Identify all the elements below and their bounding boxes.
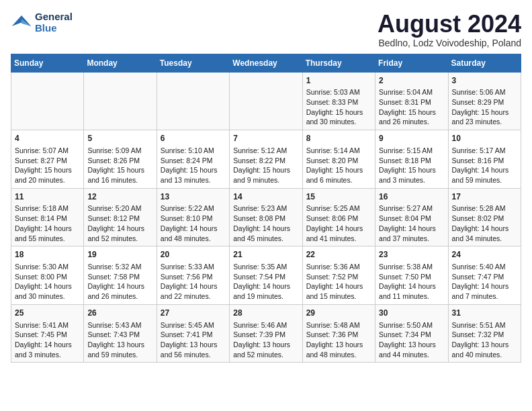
day-number: 13 <box>161 191 226 203</box>
day-info: Sunrise: 5:28 AM Sunset: 8:02 PM Dayligh… <box>452 203 517 243</box>
calendar-cell: 29Sunrise: 5:48 AM Sunset: 7:36 PM Dayli… <box>302 304 375 363</box>
calendar-cell: 26Sunrise: 5:43 AM Sunset: 7:43 PM Dayli… <box>84 304 157 363</box>
calendar-week-2: 4Sunrise: 5:07 AM Sunset: 8:27 PM Daylig… <box>11 130 521 189</box>
day-number: 14 <box>233 191 298 203</box>
day-info: Sunrise: 5:43 AM Sunset: 7:43 PM Dayligh… <box>87 320 152 360</box>
header-day-monday: Monday <box>84 54 157 72</box>
day-number: 7 <box>233 133 298 144</box>
calendar-cell: 2Sunrise: 5:04 AM Sunset: 8:31 PM Daylig… <box>375 72 448 130</box>
day-info: Sunrise: 5:45 AM Sunset: 7:41 PM Dayligh… <box>161 320 226 360</box>
header-day-friday: Friday <box>375 54 448 72</box>
calendar-cell: 28Sunrise: 5:46 AM Sunset: 7:39 PM Dayli… <box>230 304 302 363</box>
day-info: Sunrise: 5:12 AM Sunset: 8:22 PM Dayligh… <box>233 146 298 185</box>
day-info: Sunrise: 5:38 AM Sunset: 7:50 PM Dayligh… <box>379 262 444 302</box>
day-number: 8 <box>306 133 371 144</box>
calendar-cell <box>157 72 229 130</box>
page-header: General Blue August 2024 Bedlno, Lodz Vo… <box>11 11 521 48</box>
day-number: 3 <box>452 75 517 87</box>
calendar-cell: 31Sunrise: 5:51 AM Sunset: 7:32 PM Dayli… <box>448 304 521 363</box>
calendar-cell <box>230 72 302 130</box>
calendar-table: SundayMondayTuesdayWednesdayThursdayFrid… <box>11 54 521 363</box>
day-info: Sunrise: 5:46 AM Sunset: 7:39 PM Dayligh… <box>233 320 298 360</box>
day-number: 6 <box>161 133 226 144</box>
day-number: 31 <box>452 308 517 319</box>
month-title: August 2024 <box>378 11 521 38</box>
calendar-cell <box>84 72 157 130</box>
day-info: Sunrise: 5:23 AM Sunset: 8:08 PM Dayligh… <box>233 203 298 243</box>
day-info: Sunrise: 5:40 AM Sunset: 7:47 PM Dayligh… <box>452 262 517 302</box>
calendar-week-1: 1Sunrise: 5:03 AM Sunset: 8:33 PM Daylig… <box>11 72 521 130</box>
header-day-thursday: Thursday <box>302 54 375 72</box>
calendar-cell: 25Sunrise: 5:41 AM Sunset: 7:45 PM Dayli… <box>11 304 84 363</box>
calendar-cell: 11Sunrise: 5:18 AM Sunset: 8:14 PM Dayli… <box>11 188 84 246</box>
title-block: August 2024 Bedlno, Lodz Voivodeship, Po… <box>378 11 521 48</box>
day-info: Sunrise: 5:07 AM Sunset: 8:27 PM Dayligh… <box>15 146 80 185</box>
calendar-cell: 8Sunrise: 5:14 AM Sunset: 8:20 PM Daylig… <box>302 130 375 189</box>
day-number: 1 <box>306 75 371 87</box>
day-info: Sunrise: 5:51 AM Sunset: 7:32 PM Dayligh… <box>452 320 517 360</box>
calendar-cell: 18Sunrise: 5:30 AM Sunset: 8:00 PM Dayli… <box>11 246 84 305</box>
calendar-cell: 9Sunrise: 5:15 AM Sunset: 8:18 PM Daylig… <box>375 130 448 189</box>
day-info: Sunrise: 5:27 AM Sunset: 8:04 PM Dayligh… <box>379 203 444 243</box>
day-info: Sunrise: 5:48 AM Sunset: 7:36 PM Dayligh… <box>306 320 371 360</box>
calendar-cell: 19Sunrise: 5:32 AM Sunset: 7:58 PM Dayli… <box>84 246 157 305</box>
day-number: 19 <box>87 249 152 261</box>
day-number: 11 <box>15 191 80 203</box>
day-number: 10 <box>452 133 517 144</box>
day-info: Sunrise: 5:18 AM Sunset: 8:14 PM Dayligh… <box>15 203 80 243</box>
calendar-cell: 30Sunrise: 5:50 AM Sunset: 7:34 PM Dayli… <box>375 304 448 363</box>
day-number: 25 <box>15 308 80 319</box>
calendar-cell <box>11 72 84 130</box>
day-number: 29 <box>306 308 371 319</box>
calendar-cell: 22Sunrise: 5:36 AM Sunset: 7:52 PM Dayli… <box>302 246 375 305</box>
day-info: Sunrise: 5:30 AM Sunset: 8:00 PM Dayligh… <box>15 262 80 302</box>
day-number: 12 <box>87 191 152 203</box>
day-info: Sunrise: 5:10 AM Sunset: 8:24 PM Dayligh… <box>161 146 226 185</box>
logo-icon <box>11 13 32 32</box>
day-info: Sunrise: 5:09 AM Sunset: 8:26 PM Dayligh… <box>87 146 152 185</box>
day-info: Sunrise: 5:04 AM Sunset: 8:31 PM Dayligh… <box>379 87 444 127</box>
calendar-cell: 5Sunrise: 5:09 AM Sunset: 8:26 PM Daylig… <box>84 130 157 189</box>
day-info: Sunrise: 5:17 AM Sunset: 8:16 PM Dayligh… <box>452 146 517 185</box>
day-number: 15 <box>306 191 371 203</box>
day-number: 9 <box>379 133 444 144</box>
calendar-header-row: SundayMondayTuesdayWednesdayThursdayFrid… <box>11 54 521 72</box>
day-info: Sunrise: 5:33 AM Sunset: 7:56 PM Dayligh… <box>161 262 226 302</box>
day-info: Sunrise: 5:14 AM Sunset: 8:20 PM Dayligh… <box>306 146 371 185</box>
calendar-week-4: 18Sunrise: 5:30 AM Sunset: 8:00 PM Dayli… <box>11 246 521 305</box>
day-number: 5 <box>87 133 152 144</box>
calendar-cell: 6Sunrise: 5:10 AM Sunset: 8:24 PM Daylig… <box>157 130 229 189</box>
day-info: Sunrise: 5:06 AM Sunset: 8:29 PM Dayligh… <box>452 87 517 127</box>
calendar-cell: 13Sunrise: 5:22 AM Sunset: 8:10 PM Dayli… <box>157 188 229 246</box>
calendar-week-3: 11Sunrise: 5:18 AM Sunset: 8:14 PM Dayli… <box>11 188 521 246</box>
calendar-cell: 4Sunrise: 5:07 AM Sunset: 8:27 PM Daylig… <box>11 130 84 189</box>
day-number: 20 <box>161 249 226 261</box>
day-number: 22 <box>306 249 371 261</box>
calendar-cell: 23Sunrise: 5:38 AM Sunset: 7:50 PM Dayli… <box>375 246 448 305</box>
day-info: Sunrise: 5:15 AM Sunset: 8:18 PM Dayligh… <box>379 146 444 185</box>
day-number: 2 <box>379 75 444 87</box>
calendar-cell: 3Sunrise: 5:06 AM Sunset: 8:29 PM Daylig… <box>448 72 521 130</box>
day-number: 28 <box>233 308 298 319</box>
calendar-cell: 15Sunrise: 5:25 AM Sunset: 8:06 PM Dayli… <box>302 188 375 246</box>
day-number: 30 <box>379 308 444 319</box>
day-info: Sunrise: 5:50 AM Sunset: 7:34 PM Dayligh… <box>379 320 444 360</box>
day-info: Sunrise: 5:20 AM Sunset: 8:12 PM Dayligh… <box>87 203 152 243</box>
calendar-cell: 24Sunrise: 5:40 AM Sunset: 7:47 PM Dayli… <box>448 246 521 305</box>
day-info: Sunrise: 5:35 AM Sunset: 7:54 PM Dayligh… <box>233 262 298 302</box>
calendar-cell: 16Sunrise: 5:27 AM Sunset: 8:04 PM Dayli… <box>375 188 448 246</box>
day-number: 27 <box>161 308 226 319</box>
day-info: Sunrise: 5:36 AM Sunset: 7:52 PM Dayligh… <box>306 262 371 302</box>
day-info: Sunrise: 5:25 AM Sunset: 8:06 PM Dayligh… <box>306 203 371 243</box>
calendar-cell: 27Sunrise: 5:45 AM Sunset: 7:41 PM Dayli… <box>157 304 229 363</box>
header-day-saturday: Saturday <box>448 54 521 72</box>
header-day-wednesday: Wednesday <box>230 54 302 72</box>
calendar-cell: 21Sunrise: 5:35 AM Sunset: 7:54 PM Dayli… <box>230 246 302 305</box>
calendar-cell: 20Sunrise: 5:33 AM Sunset: 7:56 PM Dayli… <box>157 246 229 305</box>
day-number: 4 <box>15 133 80 144</box>
day-number: 24 <box>452 249 517 261</box>
header-day-sunday: Sunday <box>11 54 84 72</box>
day-number: 18 <box>15 249 80 261</box>
location: Bedlno, Lodz Voivodeship, Poland <box>378 38 521 48</box>
day-number: 16 <box>379 191 444 203</box>
